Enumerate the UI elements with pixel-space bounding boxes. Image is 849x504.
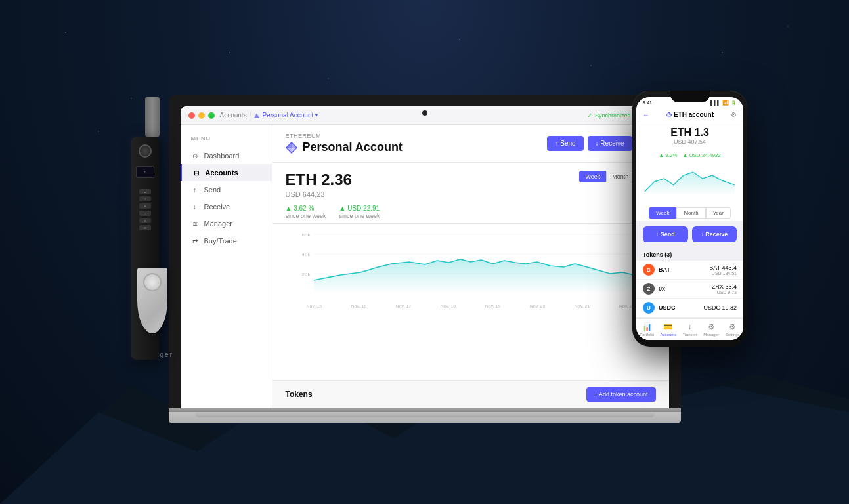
0x-icon: Z: [643, 283, 655, 295]
manager-icon: ≋: [191, 220, 199, 228]
breadcrumb-accounts[interactable]: Accounts: [220, 112, 247, 119]
breadcrumb-current[interactable]: Personal Account ▾: [253, 112, 318, 119]
add-token-button[interactable]: + Add token account: [586, 387, 656, 402]
stats-row: ▲ 3.62 % since one week ▲ USD 22.91 sinc…: [272, 201, 669, 224]
traffic-lights: [188, 112, 215, 119]
ledger-button-top[interactable]: [139, 144, 152, 158]
phone-nav-manager[interactable]: ⚙ Manager: [701, 322, 722, 337]
manager-nav-label: Manager: [703, 333, 719, 337]
phone-token-bat[interactable]: B BAT BAT 443.4 USD 134.51: [636, 261, 743, 280]
sidebar-item-label: Dashboard: [204, 152, 240, 159]
svg-marker-4: [292, 142, 297, 148]
account-name-row: Personal Account: [286, 140, 548, 154]
sidebar-item-send[interactable]: ↑ Send: [181, 181, 272, 198]
phone-nav-portfolio[interactable]: 📊 Portfolio: [636, 322, 658, 337]
account-info: ETHEREUM: [286, 133, 548, 154]
phone-balance: ETH 1.3 USD 407.54: [636, 121, 743, 150]
phone-token-usdc[interactable]: U USDC USDC 19.32: [636, 299, 743, 318]
battery-icon: 🔋: [731, 100, 737, 106]
sidebar-item-dashboard[interactable]: ⊙ Dashboard: [181, 147, 272, 164]
svg-text:60k: 60k: [301, 233, 310, 238]
phone-nav-accounts[interactable]: 💳 Accounts: [658, 322, 680, 337]
ledger-device: ₿ ▲ 7 ▼ ✓ B M ⬛ M Bitcoin ■■ Ledger: [131, 97, 173, 360]
stat-usd: ▲ USD 22.91 since one week: [339, 205, 380, 219]
phone-title: ETH account: [649, 111, 731, 118]
phone-nav-transfer[interactable]: ↕ Transfer: [679, 322, 701, 337]
bat-amounts: BAT 443.4 USD 134.51: [709, 264, 737, 276]
x-label-2: Nov. 17: [396, 304, 412, 308]
bat-name: BAT: [659, 266, 705, 273]
phone-status-icons: ▌▌▌ 📶 🔋: [710, 100, 737, 106]
balance-chart-wrapper: ETH 2.36 USD 644,23 Week Month Year: [272, 163, 669, 408]
sidebar-item-accounts[interactable]: ⊟ Accounts: [181, 164, 272, 181]
phone-pct: ▲ 9.2%: [659, 152, 677, 158]
x-label-6: Nov. 21: [575, 304, 590, 308]
sidebar-item-label: Accounts: [206, 169, 238, 177]
phone-usd-amount: USD 407.54: [643, 138, 737, 145]
sidebar-item-buytrade[interactable]: ⇄ Buy/Trade: [181, 232, 272, 249]
phone-usd-change: ▲ USD 34.4932: [683, 152, 721, 158]
phone-time: 9:41: [643, 100, 652, 105]
phone-settings-icon[interactable]: ⚙: [731, 111, 737, 118]
time-btn-week[interactable]: Week: [579, 171, 606, 182]
tokens-section: Tokens + Add token account: [272, 380, 669, 408]
back-button[interactable]: ←: [643, 111, 649, 118]
phone-actions: ↑ Send ↓ Receive: [636, 221, 743, 247]
phone-time-year[interactable]: Year: [706, 207, 731, 219]
laptop: Accounts / Personal Account ▾ ✓ Synchro: [169, 94, 681, 423]
eth-diamond-icon: [286, 142, 297, 154]
sidebar-menu-label: MENU: [181, 135, 272, 147]
phone: 9:41 ▌▌▌ 📶 🔋 ← ETH accou: [632, 91, 747, 346]
main-panel: ETHEREUM: [272, 125, 669, 408]
close-button[interactable]: [188, 112, 195, 119]
sidebar-item-label: Manager: [204, 220, 232, 228]
account-header: ETHEREUM: [272, 125, 669, 163]
receive-button[interactable]: ↓ Receive: [588, 136, 632, 151]
maximize-button[interactable]: [208, 112, 215, 119]
phone-time-buttons: Week Month Year: [636, 205, 743, 221]
phone-receive-button[interactable]: ↓ Receive: [692, 226, 737, 242]
time-btn-month[interactable]: Month: [606, 171, 634, 182]
settings-nav-label: Settings: [726, 333, 740, 337]
svg-text:40k: 40k: [301, 253, 310, 257]
chart-area: 60k 40k 20k: [272, 224, 669, 380]
phone-stats: ▲ 9.2% ▲ USD 34.4932: [636, 150, 743, 162]
minimize-button[interactable]: [198, 112, 205, 119]
portfolio-icon: 📊: [642, 322, 652, 331]
stat-pct: ▲ 3.62 % since one week: [286, 205, 326, 219]
phone-time-month[interactable]: Month: [676, 207, 705, 219]
sidebar-item-label: Send: [204, 186, 221, 194]
portfolio-label: Portfolio: [640, 333, 654, 337]
crypto-label: ETHEREUM: [286, 133, 548, 139]
svg-text:20k: 20k: [301, 272, 310, 277]
window-titlebar: Accounts / Personal Account ▾ ✓ Synchro: [181, 106, 669, 125]
phone-eth-amount: ETH 1.3: [643, 127, 737, 138]
phone-nav-settings[interactable]: ⚙ Settings: [722, 322, 743, 337]
x-label-0: Nov. 15: [307, 304, 322, 308]
usdc-name: USDC: [659, 304, 699, 311]
sidebar-item-receive[interactable]: ↓ Receive: [181, 198, 272, 215]
sidebar-item-manager[interactable]: ≋ Manager: [181, 215, 272, 232]
ledger-keypad: ▲ 7 ▼ ✓ B M: [139, 189, 151, 230]
sync-badge: ✓ Synchronized: [587, 112, 631, 119]
accounts-nav-label: Accounts: [661, 333, 677, 337]
ledger-usb: [145, 97, 160, 136]
phone-send-button[interactable]: ↑ Send: [643, 226, 688, 242]
manager-nav-icon: ⚙: [708, 322, 715, 331]
usdc-amounts: USDC 19.32: [703, 304, 737, 311]
buytrade-icon: ⇄: [191, 237, 199, 245]
send-icon: ↑: [191, 186, 199, 194]
accounts-nav-icon: 💳: [663, 322, 673, 331]
account-name: Personal Account: [303, 140, 403, 154]
phone-token-0x[interactable]: Z 0x ZRX 33.4 USD 9.72: [636, 280, 743, 299]
phone-time-week[interactable]: Week: [649, 207, 676, 219]
transfer-icon: ↕: [687, 322, 691, 331]
sidebar-item-label: Receive: [204, 203, 230, 211]
send-button[interactable]: ↑ Send: [547, 136, 583, 151]
x-label-5: Nov. 20: [530, 304, 546, 308]
chart-x-labels: Nov. 15 Nov. 16 Nov. 17 Nov. 18 Nov. 19 …: [286, 304, 656, 308]
dashboard-icon: ⊙: [191, 152, 199, 159]
phone-screen: 9:41 ▌▌▌ 📶 🔋 ← ETH accou: [636, 97, 743, 340]
sidebar-item-label: Buy/Trade: [204, 237, 237, 245]
accounts-icon: ⊟: [192, 169, 200, 177]
